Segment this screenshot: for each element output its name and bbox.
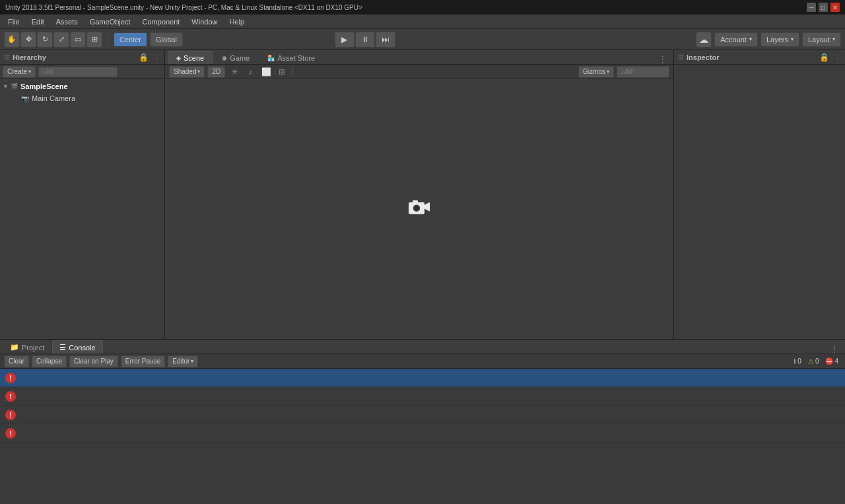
pause-button[interactable]: ⏸ xyxy=(355,32,375,47)
layout-dropdown[interactable]: Layout ▾ xyxy=(802,32,841,47)
pivot-center-button[interactable]: Center xyxy=(114,32,147,47)
expand-arrow: ▼ xyxy=(3,83,11,90)
console-editor-button[interactable]: Editor ▾ xyxy=(168,356,198,367)
error-count: 4 xyxy=(834,358,838,365)
account-dropdown[interactable]: Account ▾ xyxy=(714,32,758,47)
gizmos-dropdown[interactable]: Gizmos ▾ xyxy=(578,66,614,78)
error-count-icon: ⛔ xyxy=(825,358,833,365)
minimize-button[interactable]: ─ xyxy=(807,3,816,12)
bottom-options-icon[interactable]: ⋮ xyxy=(830,344,842,354)
game-tab-icon: ◉ xyxy=(222,55,227,61)
title-bar-text: Unity 2018.3.5f1 Personal - SampleScene.… xyxy=(5,4,362,11)
hierarchy-panel: ☰ Hierarchy 🔒 ⋮ Create ▾ ▼ 🎬 SampleScene xyxy=(0,50,165,339)
main-toolbar: ✋ ✥ ↻ ⤢ ▭ ⊞ Center Global ▶ ⏸ ⏭ ☁ Accoun… xyxy=(0,29,845,50)
move-tool[interactable]: ✥ xyxy=(20,32,36,47)
right-toolbar: ☁ Account ▾ Layers ▾ Layout ▾ xyxy=(696,32,841,47)
inspector-panel: ☰ Inspector 🔒 ⋮ xyxy=(673,50,845,339)
transform-tool[interactable]: ⊞ xyxy=(86,32,102,47)
info-count-badge[interactable]: ℹ 0 xyxy=(791,356,804,367)
hierarchy-header: ☰ Hierarchy 🔒 ⋮ xyxy=(0,50,164,65)
viewport-area: ◈ Scene ◉ Game 🏪 Asset Store ⋮ Shaded ▾ xyxy=(165,50,673,339)
tab-scene[interactable]: ◈ Scene xyxy=(168,51,213,64)
hierarchy-scene-item[interactable]: ▼ 🎬 SampleScene xyxy=(0,80,164,92)
console-collapse-button[interactable]: Collapse xyxy=(32,356,67,367)
error-icon-2: ! xyxy=(5,410,16,420)
transform-tools: ✋ ✥ ↻ ⤢ ▭ ⊞ xyxy=(4,32,102,47)
scene-view-options[interactable]: ⊞ xyxy=(275,66,288,78)
menu-help[interactable]: Help xyxy=(224,16,250,27)
hierarchy-icon: ☰ xyxy=(4,53,10,61)
svg-marker-5 xyxy=(424,203,430,212)
console-clearonplay-button[interactable]: Clear on Play xyxy=(69,356,118,367)
hand-tool[interactable]: ✋ xyxy=(4,32,20,47)
layers-arrow: ▾ xyxy=(791,36,794,42)
scene-search[interactable]: ⌕All xyxy=(617,66,669,78)
inspector-lock-icon[interactable]: 🔒 xyxy=(819,53,829,62)
tab-asset-store[interactable]: 🏪 Asset Store xyxy=(259,51,323,64)
cloud-button[interactable]: ☁ xyxy=(696,32,712,47)
asset-tab-icon: 🏪 xyxy=(267,55,275,61)
scale-tool[interactable]: ⤢ xyxy=(53,32,69,47)
scene-canvas[interactable] xyxy=(165,79,673,339)
bottom-area: 📁 Project ☰ Console ⋮ Clear Collapse Cle… xyxy=(0,339,845,504)
pivot-global-button[interactable]: Global xyxy=(150,32,183,47)
audio-button[interactable]: ♪ xyxy=(244,66,257,78)
scene-toolbar: Shaded ▾ 2D ☀ ♪ ⬜ ⊞ Gizmos ▾ ⌕All xyxy=(165,65,673,79)
error-icon-1: ! xyxy=(5,391,16,402)
error-count-badge[interactable]: ⛔ 4 xyxy=(823,356,841,367)
menu-file[interactable]: File xyxy=(3,16,25,27)
rect-tool[interactable]: ▭ xyxy=(70,32,86,47)
hierarchy-options-icon[interactable]: ⋮ xyxy=(154,53,160,61)
shading-dropdown[interactable]: Shaded ▾ xyxy=(169,66,205,78)
svg-point-3 xyxy=(415,206,419,210)
lighting-button[interactable]: ☀ xyxy=(228,66,241,78)
warning-icon: ⚠ xyxy=(808,358,814,365)
scene-tab-icon: ◈ xyxy=(176,55,181,61)
menu-gameobject[interactable]: GameObject xyxy=(84,16,136,27)
console-row-1[interactable]: ! xyxy=(0,387,845,406)
hierarchy-create-button[interactable]: Create ▾ xyxy=(3,66,36,78)
fx-button[interactable]: ⬜ xyxy=(259,66,273,78)
hierarchy-title: Hierarchy xyxy=(13,53,46,61)
tab-project[interactable]: 📁 Project xyxy=(3,340,51,354)
main-layout: ☰ Hierarchy 🔒 ⋮ Create ▾ ▼ 🎬 SampleScene xyxy=(0,50,845,504)
tab-game[interactable]: ◉ Game xyxy=(213,51,258,64)
account-arrow: ▾ xyxy=(749,36,752,42)
viewport-options-icon[interactable]: ⋮ xyxy=(659,55,671,64)
menu-assets[interactable]: Assets xyxy=(51,16,83,27)
console-tab-icon: ☰ xyxy=(59,343,66,352)
camera-viewport-icon xyxy=(407,199,431,220)
view2d-button[interactable]: 2D xyxy=(207,66,225,78)
camera-name: Main Camera xyxy=(32,94,75,102)
rotate-tool[interactable]: ↻ xyxy=(37,32,53,47)
inspector-header: ☰ Inspector 🔒 ⋮ xyxy=(674,50,845,65)
camera-icon: 📷 xyxy=(21,95,29,102)
menu-bar: File Edit Assets GameObject Component Wi… xyxy=(0,15,845,29)
scene-name: SampleScene xyxy=(20,82,68,90)
console-clear-button[interactable]: Clear xyxy=(4,356,29,367)
hierarchy-camera-item[interactable]: 📷 Main Camera xyxy=(0,92,164,104)
create-arrow: ▾ xyxy=(28,69,31,75)
hierarchy-content: ▼ 🎬 SampleScene 📷 Main Camera xyxy=(0,79,164,339)
tab-console[interactable]: ☰ Console xyxy=(52,340,102,354)
menu-edit[interactable]: Edit xyxy=(26,16,50,27)
maximize-button[interactable]: □ xyxy=(819,3,828,12)
menu-component[interactable]: Component xyxy=(137,16,185,27)
menu-window[interactable]: Window xyxy=(186,16,222,27)
hierarchy-search-input[interactable] xyxy=(38,67,118,77)
step-button[interactable]: ⏭ xyxy=(376,32,395,47)
title-bar-controls: ─ □ ✕ xyxy=(807,3,840,12)
console-row-2[interactable]: ! xyxy=(0,406,845,424)
inspector-options-icon[interactable]: ⋮ xyxy=(834,53,841,61)
scene-icon: 🎬 xyxy=(11,83,18,90)
console-errorpause-button[interactable]: Error Pause xyxy=(121,356,165,367)
console-row-3[interactable]: ! xyxy=(0,424,845,443)
layout-arrow: ▾ xyxy=(832,36,835,42)
hierarchy-lock-icon[interactable]: 🔒 xyxy=(139,53,149,62)
close-button[interactable]: ✕ xyxy=(830,3,840,12)
content-area: ☰ Hierarchy 🔒 ⋮ Create ▾ ▼ 🎬 SampleScene xyxy=(0,50,845,339)
warning-count-badge[interactable]: ⚠ 0 xyxy=(805,356,822,367)
play-button[interactable]: ▶ xyxy=(335,32,355,47)
layers-dropdown[interactable]: Layers ▾ xyxy=(760,32,799,47)
console-row-0[interactable]: ! xyxy=(0,369,845,387)
